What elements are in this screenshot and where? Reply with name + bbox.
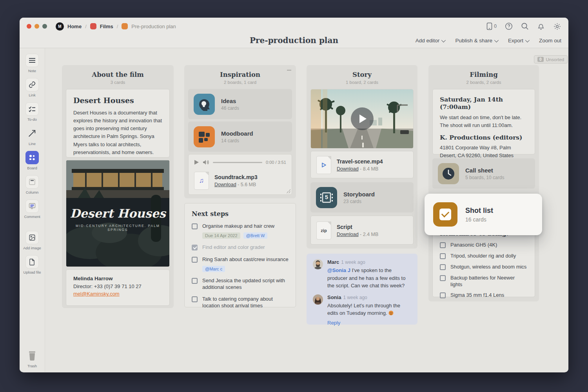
todo-checkbox[interactable] — [440, 253, 446, 259]
column-filming[interactable]: Filming 2 boards, 2 cards Saturday, Jan … — [428, 65, 539, 301]
column-about-the-film[interactable]: About the film 3 cards Desert Houses Des… — [62, 65, 174, 308]
video-card[interactable] — [310, 89, 414, 149]
tool-board[interactable]: Board — [25, 151, 39, 170]
video-file-card[interactable]: Travel-scene.mp4 Download - 8.4 MB — [310, 151, 414, 178]
app-window: M Home / Films / Pre-production plan 0 — [20, 18, 568, 372]
comments-card[interactable]: Marc1 week ago @Sonia J I've spoken to t… — [307, 254, 417, 325]
todo-checkbox[interactable] — [192, 257, 198, 263]
mention-link[interactable]: @Sonia J — [327, 267, 350, 273]
todo-checkbox[interactable] — [440, 292, 446, 298]
avatar-marc — [313, 259, 323, 269]
note-body: Desert Houses is a documentary that expl… — [73, 109, 162, 156]
video-play-button[interactable] — [351, 107, 374, 130]
tool-todo[interactable]: To-do — [25, 102, 39, 122]
column-collapse-handle[interactable] — [287, 70, 291, 71]
trash-icon — [27, 350, 37, 361]
assignee-pill[interactable]: @Brett W — [243, 232, 268, 239]
comment-author: Marc — [327, 259, 339, 265]
board-item-storyboard[interactable]: 5 Storyboard23 cards — [310, 182, 414, 212]
column-story[interactable]: Story 1 board, 2 cards — [307, 65, 417, 249]
contact-email-link[interactable]: mel@Kaminsky.com — [73, 291, 120, 297]
due-date-pill[interactable]: Due 14 Apr 2022 — [202, 232, 240, 239]
audio-progress-bar[interactable] — [213, 162, 262, 163]
arrow-line-icon — [28, 129, 36, 138]
tool-add-image[interactable]: Add image — [23, 231, 41, 250]
tool-link[interactable]: Link — [25, 78, 39, 97]
todo-card-next-steps[interactable]: Next steps Organise makeup and hair crew… — [184, 203, 296, 307]
todo-checkbox[interactable] — [192, 223, 198, 229]
assignee-pill[interactable]: @Marc c — [202, 266, 225, 272]
reply-link[interactable]: Reply — [327, 320, 340, 326]
board-item-shot-list-dragging[interactable]: Shot list 16 cards — [425, 194, 542, 235]
column-title: Inspiration — [184, 71, 296, 78]
todo-checkbox[interactable] — [440, 264, 446, 270]
breadcrumb: Home / Films / Pre-production plan — [67, 23, 176, 29]
tool-sidebar: Note Link To-do Line Board — [20, 48, 45, 372]
mobile-count: 0 — [494, 24, 497, 29]
column-count: 3 cards — [62, 80, 174, 85]
add-editor-button[interactable]: Add editor — [416, 38, 445, 44]
mobile-devices-button[interactable]: 0 — [486, 22, 497, 30]
image-icon — [29, 234, 36, 241]
breadcrumb-current: Pre-production plan — [131, 24, 176, 29]
settings-gear-icon[interactable] — [553, 22, 561, 31]
search-icon[interactable] — [521, 22, 529, 30]
board-item-moodboard[interactable]: Moodboard14 cards — [188, 122, 292, 152]
download-link[interactable]: Download — [214, 182, 236, 187]
todo-checkbox[interactable] — [192, 296, 198, 302]
breadcrumb-films[interactable]: Films — [100, 24, 113, 29]
zoom-out-button[interactable]: Zoom out — [539, 38, 561, 44]
board-canvas[interactable]: 0 Unsorted About the film 3 cards Desert… — [45, 48, 568, 372]
board-header: Pre-production plan Add editor Publish &… — [20, 35, 568, 48]
board-item-ideas[interactable]: Ideas46 cards — [188, 89, 292, 119]
note-card-schedule[interactable]: Saturday, Jan 14th (7:00am) We start dea… — [432, 89, 535, 154]
tool-note[interactable]: Note — [25, 54, 39, 73]
todo-checkbox-checked[interactable] — [192, 245, 198, 250]
schedule-heading2: K. Productions (editors) — [440, 134, 528, 141]
minimize-window-button[interactable] — [34, 24, 39, 29]
todo-checkbox[interactable] — [440, 275, 446, 281]
unsorted-count-badge: 0 — [537, 57, 544, 62]
todo-card-title: Next steps — [192, 210, 289, 218]
download-link[interactable]: Download — [337, 232, 359, 237]
tool-line[interactable]: Line — [25, 127, 39, 146]
tool-comment[interactable]: Comment — [24, 200, 40, 219]
poster-subtitle-text: MID-CENTURY ARCHITECTURE. PALM SPRINGS — [66, 224, 169, 232]
notifications-bell-icon[interactable] — [537, 22, 545, 30]
todo-item: Organise makeup and hair crew Due 14 Apr… — [192, 223, 289, 239]
todo-checkbox[interactable] — [192, 278, 198, 284]
fullscreen-window-button[interactable] — [42, 24, 47, 29]
board-item-call-sheet[interactable]: Call sheet5 boards, 10 cards — [432, 158, 535, 189]
smiling-emoji — [388, 310, 394, 316]
avatar-sonia — [313, 294, 323, 305]
video-file-name: Travel-scene.mp4 — [337, 158, 383, 165]
export-button[interactable]: Export — [508, 38, 528, 44]
download-link[interactable]: Download — [337, 166, 359, 172]
volume-icon[interactable] — [203, 160, 209, 165]
milanote-logo[interactable]: M — [56, 22, 64, 31]
call-sheet-board-icon — [438, 163, 459, 184]
help-icon[interactable] — [505, 22, 513, 30]
audio-card[interactable]: 0:00 / 3:51 ♫ Soundtrack.mp3 Download - … — [188, 154, 292, 195]
note-card-desert-houses[interactable]: Desert Houses Desert Houses is a documen… — [66, 89, 170, 158]
breadcrumb-home[interactable]: Home — [67, 24, 82, 29]
play-icon[interactable] — [194, 160, 199, 165]
column-count: 2 boards, 2 cards — [428, 80, 539, 85]
unsorted-tray-button[interactable]: 0 Unsorted — [534, 55, 568, 64]
contact-card[interactable]: Melinda Harrow Director: +33 (0)7 39 71 … — [66, 269, 170, 306]
column-inspiration[interactable]: Inspiration 2 boards, 1 card Ideas46 car… — [184, 65, 296, 198]
resize-handle[interactable] — [287, 189, 290, 193]
todo-icon — [29, 106, 36, 112]
publish-share-button[interactable]: Publish & share — [455, 38, 497, 44]
films-board-icon — [90, 23, 96, 29]
schedule-heading: Saturday, Jan 14th (7:00am) — [440, 96, 528, 111]
todo-checkbox[interactable] — [440, 242, 446, 248]
script-file-card[interactable]: zip Script Download - 2.4 MB — [310, 216, 414, 245]
moodboard-board-icon — [194, 126, 215, 147]
tool-trash[interactable]: Trash — [25, 349, 39, 368]
image-card-poster[interactable]: Desert Houses MID-CENTURY ARCHITECTURE. … — [66, 160, 170, 267]
close-window-button[interactable] — [27, 24, 31, 29]
tool-upload-file[interactable]: Upload file — [24, 255, 41, 274]
column-icon — [29, 178, 36, 185]
tool-column[interactable]: Column — [25, 175, 39, 194]
